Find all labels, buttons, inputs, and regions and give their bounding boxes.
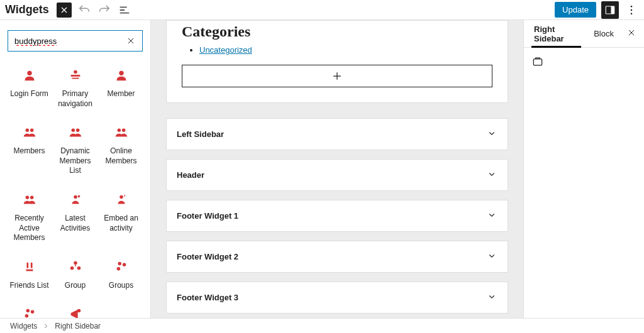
block-item-primary-navigation[interactable]: Primary navigation <box>53 63 97 114</box>
block-item-friends-list[interactable]: Friends List <box>8 254 51 296</box>
undo-button[interactable] <box>77 3 92 18</box>
svg-point-10 <box>25 129 29 133</box>
svg-point-33 <box>77 309 80 313</box>
svg-point-16 <box>25 196 29 200</box>
widget-area-row[interactable]: Header <box>166 159 508 191</box>
friends-list-icon <box>22 259 37 275</box>
svg-point-28 <box>122 263 126 266</box>
tab-widget-area[interactable]: Right Sidebar <box>531 20 581 48</box>
block-item-group[interactable]: Group <box>53 254 97 296</box>
breadcrumb-root[interactable]: Widgets <box>10 322 37 330</box>
block-item-sitewide-notices[interactable]: Sitewide Notices <box>53 302 97 318</box>
settings-toggle-button[interactable] <box>601 1 619 19</box>
svg-point-11 <box>30 129 33 133</box>
sidebar-toggle-icon <box>604 4 616 16</box>
toolbar-left: Widgets <box>5 3 132 18</box>
clear-search-icon[interactable] <box>126 36 136 46</box>
embed-activity-icon <box>114 192 129 207</box>
undo-icon <box>77 3 91 17</box>
block-label: Latest Activities <box>55 214 96 233</box>
svg-point-9 <box>119 71 123 75</box>
block-search-box[interactable] <box>8 30 143 52</box>
block-label: Friends List <box>9 281 48 291</box>
block-label: Dynamic Members List <box>55 146 96 176</box>
block-label: Embed an activity <box>101 214 142 233</box>
close-inserter-button[interactable] <box>57 3 72 18</box>
block-item-embed-activity[interactable]: Embed an activity <box>99 187 143 248</box>
block-item-online-members[interactable]: Online Members <box>99 120 143 181</box>
tab-block[interactable]: Block <box>591 20 616 48</box>
block-label: Groups <box>109 281 133 291</box>
widget-area-label: Footer Widget 1 <box>177 211 238 221</box>
block-label: Primary navigation <box>55 89 96 109</box>
widget-area-row[interactable]: Footer Widget 2 <box>166 241 508 273</box>
widget-area-label: Footer Widget 3 <box>177 293 238 302</box>
update-button[interactable]: Update <box>555 2 596 18</box>
plus-icon <box>331 70 343 82</box>
redo-button[interactable] <box>97 3 112 18</box>
list-view-button[interactable] <box>117 3 132 18</box>
block-item-dynamic-members-list[interactable]: Dynamic Members List <box>53 120 97 181</box>
list-item: Uncategorized <box>199 45 492 55</box>
primary-navigation-icon <box>68 68 83 83</box>
chevron-down-icon <box>486 250 497 263</box>
member-icon <box>114 68 129 83</box>
chevron-down-icon <box>486 168 497 182</box>
dynamic-groups-list-icon <box>22 307 37 318</box>
block-label: Online Members <box>101 146 142 166</box>
block-item-groups[interactable]: Groups <box>99 254 143 296</box>
svg-point-3 <box>631 9 633 11</box>
editor-canvas: Categories Uncategorized Left SidebarHea… <box>151 20 523 318</box>
chevron-down-icon <box>486 128 497 141</box>
block-label: Members <box>13 146 45 156</box>
svg-point-4 <box>631 13 633 14</box>
main-content: Login FormPrimary navigationMemberMember… <box>0 20 644 318</box>
blocks-grid: Login FormPrimary navigationMemberMember… <box>8 63 143 318</box>
widget-area-label: Left Sidebar <box>177 129 224 139</box>
categories-widget[interactable]: Categories Uncategorized <box>166 20 508 103</box>
svg-point-29 <box>116 267 120 271</box>
close-icon <box>626 28 636 38</box>
block-item-members[interactable]: Members <box>8 120 51 181</box>
close-icon <box>59 5 69 15</box>
settings-body <box>524 48 644 77</box>
groups-icon <box>114 259 129 275</box>
block-item-login-form[interactable]: Login Form <box>8 63 51 114</box>
svg-point-20 <box>119 195 123 199</box>
recently-active-members-icon <box>22 192 37 207</box>
svg-point-2 <box>631 5 633 6</box>
search-input[interactable] <box>14 36 126 46</box>
block-item-latest-activities[interactable]: Latest Activities <box>53 187 97 248</box>
svg-rect-1 <box>611 6 614 14</box>
block-item-member[interactable]: Member <box>99 63 143 114</box>
svg-rect-23 <box>26 269 33 271</box>
category-link[interactable]: Uncategorized <box>199 45 252 55</box>
svg-point-13 <box>75 129 79 133</box>
options-button[interactable] <box>624 3 639 18</box>
settings-panel: Right Sidebar Block <box>523 20 644 318</box>
svg-point-12 <box>71 129 75 133</box>
kebab-icon <box>625 4 638 16</box>
breadcrumb: Widgets Right Sidebar <box>0 318 644 333</box>
svg-point-19 <box>77 195 80 198</box>
svg-point-17 <box>30 196 33 200</box>
block-item-recently-active-members[interactable]: Recently Active Members <box>8 187 51 248</box>
dynamic-members-list-icon <box>68 125 83 140</box>
close-settings-button[interactable] <box>626 28 636 40</box>
latest-activities-icon <box>68 192 83 207</box>
svg-rect-34 <box>533 59 541 65</box>
block-label: Recently Active Members <box>9 214 50 243</box>
widget-area-row[interactable]: Left Sidebar <box>166 118 508 150</box>
widget-title: Categories <box>182 21 492 40</box>
block-item-dynamic-groups-list[interactable]: Dynamic Groups List <box>8 302 51 318</box>
redo-icon <box>97 3 111 17</box>
svg-point-31 <box>30 310 34 314</box>
settings-tabs: Right Sidebar Block <box>524 20 644 48</box>
breadcrumb-current[interactable]: Right Sidebar <box>55 322 101 330</box>
widget-area-row[interactable]: Footer Widget 1 <box>166 200 508 232</box>
widget-area-row[interactable]: Footer Widget 3 <box>166 281 508 314</box>
add-block-button[interactable] <box>182 65 492 87</box>
chevron-down-icon <box>486 291 497 304</box>
widget-area-label: Footer Widget 2 <box>177 252 238 261</box>
svg-rect-21 <box>26 262 28 268</box>
